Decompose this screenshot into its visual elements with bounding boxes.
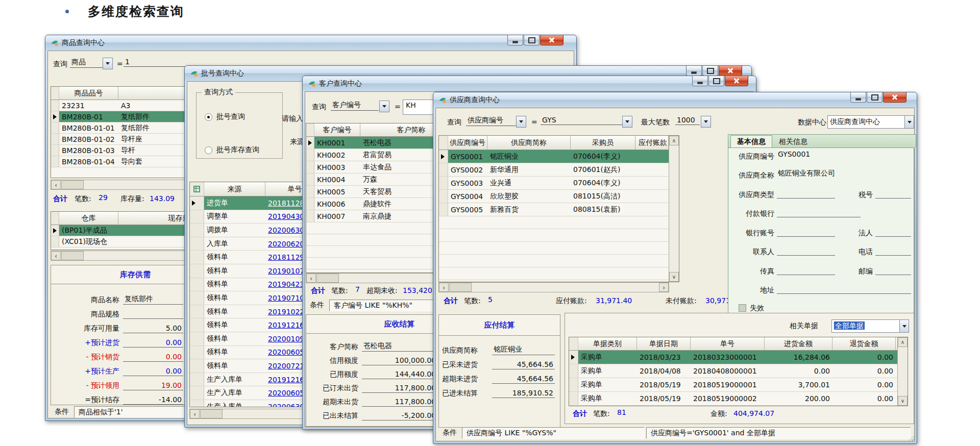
scroll-thumb[interactable] — [200, 409, 223, 418]
doc-number-link[interactable]: 20200109 — [268, 335, 304, 343]
scroll-thumb[interactable] — [449, 283, 472, 292]
scroll-down-icon[interactable]: ∨ — [669, 272, 679, 282]
titlebar[interactable]: 供应商查询中心 — [433, 92, 917, 108]
supplier-type-input[interactable] — [777, 188, 835, 199]
payable-value: 31,971.40 — [596, 296, 632, 305]
scroll-thumb[interactable] — [61, 251, 84, 260]
phone-input[interactable] — [875, 245, 911, 256]
contact-input[interactable] — [777, 245, 835, 256]
pay-bank-input[interactable] — [777, 207, 861, 217]
chevron-down-icon[interactable] — [379, 101, 389, 112]
query-value-input[interactable]: 1 — [124, 58, 188, 67]
table-row[interactable]: 采购单 2018/04/08 20180408000001 0.00 0.00 — [569, 364, 908, 378]
maximize-button[interactable] — [524, 35, 540, 45]
scroll-thumb[interactable] — [61, 180, 84, 189]
doc-number-link[interactable]: 20200630 — [268, 226, 304, 234]
query-field-value[interactable]: 商品 — [70, 58, 103, 68]
close-button[interactable] — [883, 92, 906, 103]
table-row[interactable]: GYS0003 业兴通 070604(李义) — [439, 177, 679, 190]
legal-person-input[interactable] — [875, 227, 911, 237]
doc-number-link[interactable]: 20191216 — [268, 321, 304, 329]
max-rows-label: 最大笔数 — [641, 118, 670, 127]
doc-number-link[interactable]: 20190430 — [268, 212, 304, 220]
scroll-left-icon[interactable]: ‹ — [51, 180, 61, 189]
zip-input[interactable] — [875, 265, 911, 275]
minimize-button[interactable] — [692, 76, 708, 86]
scroll-down-icon[interactable]: ∨ — [898, 396, 908, 406]
doc-number-link[interactable]: 20200721 — [268, 362, 304, 370]
close-button[interactable] — [725, 76, 748, 86]
radio-batch-stock-query[interactable]: 批号库存查询 — [205, 145, 259, 155]
fax-input[interactable] — [777, 265, 835, 275]
data-center-select[interactable]: 供应商查询中心 — [827, 115, 914, 129]
max-rows-value[interactable]: 1000 — [675, 116, 700, 125]
resize-grip[interactable] — [908, 434, 915, 441]
maximize-button[interactable] — [702, 66, 718, 76]
table-row[interactable]: 采购单 2018/05/19 20180519000001 3,700.01 0… — [569, 378, 908, 392]
condition-label: 条件 — [50, 406, 74, 418]
scroll-up-icon[interactable]: ∧ — [669, 136, 679, 145]
tax-no-input[interactable] — [875, 188, 911, 199]
chevron-down-icon[interactable] — [899, 320, 909, 332]
scroll-left-icon[interactable]: ‹ — [51, 251, 61, 260]
titlebar[interactable]: 客户查询中心 — [303, 76, 756, 91]
related-docs-select[interactable]: 全部单据 — [831, 319, 909, 333]
row-marker-cell — [306, 198, 314, 210]
scroll-left-icon[interactable]: ‹ — [439, 283, 449, 292]
address-input[interactable] — [777, 284, 911, 294]
table-row[interactable]: 采购单 2018/05/19 20180519000002 200.00 0.0… — [569, 392, 908, 406]
count-label: 笔数: — [593, 409, 610, 418]
doc-number-link[interactable]: 20200630 — [268, 403, 304, 407]
doc-number-link[interactable]: 20181129 — [268, 253, 304, 261]
chevron-down-icon[interactable] — [622, 116, 632, 128]
minimize-button[interactable] — [507, 35, 523, 45]
doc-number-link[interactable]: 20200605 — [268, 348, 304, 356]
table-row[interactable]: GYS0002 新华通用 070601(赵兵) — [439, 163, 679, 177]
doc-number-link[interactable]: 20200605 — [268, 389, 304, 397]
maximize-button[interactable] — [708, 76, 724, 86]
equals-sign: = — [531, 118, 537, 126]
table-row[interactable]: 采购单 2018/03/23 20180323000001 16,284.06 … — [569, 351, 908, 364]
table-row[interactable]: GYS0001 铭匠铜业 070604(李义) — [439, 150, 679, 163]
titlebar[interactable]: 商品查询中心 — [45, 35, 576, 51]
tab-basic-info[interactable]: 基本信息 — [730, 135, 772, 148]
h-scrollbar[interactable]: ‹ › — [438, 282, 669, 292]
total-label: 合计 — [53, 194, 67, 204]
scroll-left-icon[interactable]: ‹ — [190, 409, 200, 418]
doc-number-link[interactable]: 20190107 — [268, 267, 304, 275]
v-scrollbar[interactable]: ∧ ∨ — [897, 337, 908, 406]
chevron-down-icon[interactable] — [103, 58, 113, 69]
row-marker-icon — [192, 201, 195, 206]
bank-account-input[interactable] — [777, 227, 835, 237]
scroll-right-icon[interactable]: › — [659, 283, 669, 292]
tab-related-info[interactable]: 相关信息 — [772, 135, 814, 148]
chevron-down-icon[interactable] — [904, 116, 914, 128]
radio-batch-query[interactable]: 批号查询 — [205, 112, 245, 121]
chevron-down-icon[interactable] — [516, 116, 526, 128]
query-value-input[interactable]: GYS — [541, 116, 623, 125]
doc-number-link[interactable]: 20190710 — [268, 294, 304, 302]
scroll-left-icon[interactable]: ‹ — [306, 274, 316, 283]
doc-number-link[interactable]: 20190423 — [268, 280, 304, 288]
address-label: 地址 — [728, 286, 774, 295]
table-row[interactable]: GYS0005 新雅百货 080815(袁新) — [439, 203, 679, 216]
chevron-down-icon[interactable] — [701, 116, 711, 128]
table-row[interactable]: GYS0004 欣欣塑胶 081015(高洁) — [439, 190, 679, 203]
invalid-checkbox[interactable] — [739, 304, 746, 312]
doc-number-link[interactable]: 20191216 — [268, 376, 304, 384]
close-button[interactable] — [719, 66, 742, 76]
doc-number-link[interactable]: 20181128 — [268, 199, 304, 207]
query-field-value[interactable]: 客户编号 — [331, 101, 379, 111]
query-field-value[interactable]: 供应商编号 — [466, 116, 516, 126]
minimize-button[interactable] — [850, 92, 866, 103]
doc-number-link[interactable]: 20191022 — [268, 308, 304, 316]
scroll-up-icon[interactable]: ∧ — [898, 337, 908, 347]
row-marker-cell — [51, 156, 59, 167]
minimize-button[interactable] — [686, 66, 702, 76]
v-scrollbar[interactable]: ∧ ∨ — [669, 136, 679, 282]
maximize-button[interactable] — [867, 92, 883, 103]
total-label: 合计 — [444, 296, 458, 306]
close-button[interactable] — [540, 35, 564, 45]
doc-number-link[interactable]: 20200620 — [268, 240, 304, 248]
scroll-thumb[interactable] — [316, 274, 339, 283]
